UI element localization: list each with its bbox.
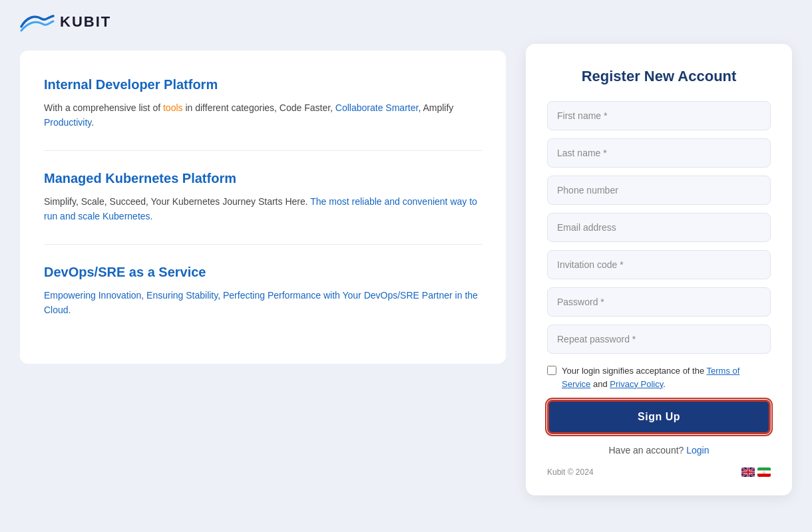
svg-text:۞: ۞ <box>763 471 765 474</box>
feature-kubernetes: Managed Kubernetes Platform Simplify, Sc… <box>44 150 482 224</box>
highlight-kubernetes: The most reliable and convenient way to … <box>44 196 477 221</box>
highlight-collab: Collaborate Smarter <box>335 102 419 113</box>
first-name-input[interactable] <box>547 101 771 130</box>
feature-title-3: DevOps/SRE as a Service <box>44 265 482 280</box>
invitation-field <box>547 250 771 279</box>
feature-desc-2: Simplify, Scale, Succeed, Your Kubernete… <box>44 194 482 224</box>
feature-desc-3: Empowering Innovation, Ensuring Stabilit… <box>44 288 482 318</box>
svg-rect-1 <box>757 467 771 471</box>
form-footer: Kubit © 2024 ۞ <box>547 467 771 477</box>
iran-flag-icon: ۞ <box>757 467 771 477</box>
highlight-devops: Empowering Innovation, Ensuring Stabilit… <box>44 290 478 315</box>
logo-icon <box>20 12 55 32</box>
password-input[interactable] <box>547 287 771 317</box>
feature-title-1: Internal Developer Platform <box>44 77 482 92</box>
form-title: Register New Account <box>547 68 771 85</box>
terms-row: Your login signifies acceptance of the T… <box>547 364 771 390</box>
login-link[interactable]: Login <box>686 445 709 456</box>
last-name-field <box>547 138 771 168</box>
have-account-section: Have an account? Login <box>547 445 771 456</box>
invitation-input[interactable] <box>547 250 771 279</box>
flag-icons: ۞ <box>741 467 771 477</box>
english-flag-icon <box>741 467 755 477</box>
phone-input[interactable] <box>547 176 771 205</box>
feature-desc-1: With a comprehensive list of tools in di… <box>44 100 482 130</box>
repeat-password-field <box>547 325 771 354</box>
last-name-input[interactable] <box>547 138 771 168</box>
left-panel: Internal Developer Platform With a compr… <box>20 51 506 364</box>
logo: KUBIT <box>20 12 111 32</box>
feature-title-2: Managed Kubernetes Platform <box>44 171 482 186</box>
feature-internal-dev: Internal Developer Platform With a compr… <box>44 77 482 130</box>
highlight-productivity: Productivity <box>44 117 91 128</box>
copyright-text: Kubit © 2024 <box>547 467 594 477</box>
feature-devops: DevOps/SRE as a Service Empowering Innov… <box>44 244 482 318</box>
header: KUBIT <box>0 0 812 44</box>
password-field <box>547 287 771 317</box>
terms-and: and <box>590 379 610 389</box>
terms-period: . <box>663 379 666 389</box>
logo-text: KUBIT <box>60 13 111 31</box>
terms-text: Your login signifies acceptance of the T… <box>562 364 771 390</box>
terms-checkbox[interactable] <box>547 366 556 375</box>
privacy-policy-link[interactable]: Privacy Policy <box>610 379 663 389</box>
repeat-password-input[interactable] <box>547 325 771 354</box>
first-name-field <box>547 101 771 130</box>
highlight-tools: tools <box>163 102 183 113</box>
phone-field <box>547 176 771 205</box>
email-input[interactable] <box>547 213 771 242</box>
terms-prefix: Your login signifies acceptance of the <box>562 366 707 376</box>
registration-form-panel: Register New Account Your login signifie… <box>526 44 792 495</box>
svg-rect-3 <box>757 473 771 477</box>
email-field <box>547 213 771 242</box>
signup-button[interactable]: Sign Up <box>547 400 771 434</box>
main-layout: Internal Developer Platform With a compr… <box>0 44 812 532</box>
have-account-text: Have an account? <box>608 445 684 456</box>
